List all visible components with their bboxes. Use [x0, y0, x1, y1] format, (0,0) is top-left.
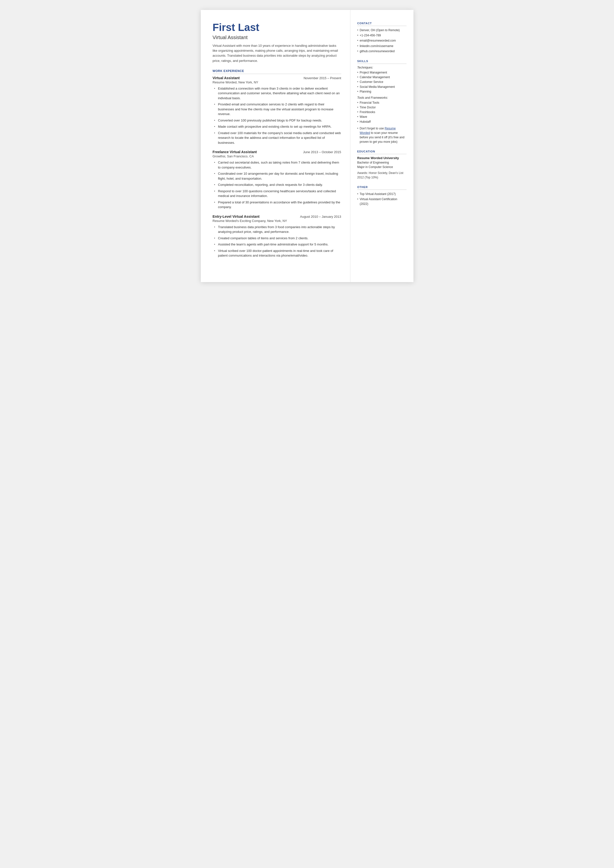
skill-tool-5: Hubstaff: [357, 120, 406, 124]
skill-tool-2: Time Doctor: [357, 105, 406, 110]
contact-list: Denver, OH (Open to Remote) +1-234-456-7…: [357, 28, 406, 54]
contact-item-5: github.com/resumeworded: [357, 49, 406, 54]
other-section-label: OTHER: [357, 186, 406, 190]
skills-section: SKILLS Techniques: Project Management Ca…: [357, 60, 406, 144]
contact-section-label: CONTACT: [357, 22, 406, 26]
job-entry-1: Virtual Assistant November 2015 – Presen…: [212, 76, 341, 145]
job-header-2: Freelance Virtual Assistant June 2013 – …: [212, 150, 341, 154]
bullet-3-3: Assisted the team's agents with part-tim…: [212, 242, 341, 247]
edu-school: Resume Worded University: [357, 156, 406, 160]
bullet-2-5: Prepared a total of 30 presentations in …: [212, 200, 341, 210]
full-name: First Last: [212, 22, 341, 33]
skill-tool-1: Financial Tools: [357, 101, 406, 105]
edu-degree-line2: Major in Computer Science: [357, 165, 406, 169]
bullet-2-1: Carried out secretarial duties, such as …: [212, 160, 341, 170]
bullet-3-2: Created comparison tables of items and s…: [212, 236, 341, 241]
job-dates-1: November 2015 – Present: [304, 76, 341, 80]
edu-awards: Awards: Honor Society, Dean's List 2012 …: [357, 171, 406, 180]
bullet-2-2: Coordinated over 10 arrangements per day…: [212, 171, 341, 181]
bullet-3-4: Virtual scribed over 100 doctor-patient …: [212, 248, 341, 258]
education-section: EDUCATION Resume Worded University Bache…: [357, 150, 406, 180]
work-experience-section: WORK EXPERIENCE Virtual Assistant Novemb…: [212, 69, 341, 258]
bullet-2-4: Respond to over 100 questions concerning…: [212, 189, 341, 199]
bullet-1-1: Established a connection with more than …: [212, 86, 341, 101]
bullet-1-4: Made contact with prospective and existi…: [212, 124, 341, 129]
skill-tool-4: Wave: [357, 115, 406, 119]
skill-technique-2: Calendar Management: [357, 75, 406, 80]
other-item-1: Top Virtual Assistant (2017): [357, 192, 406, 196]
skills-note: Don't forget to use Resume Worded to sca…: [357, 126, 406, 144]
job-dates-2: June 2013 – October 2015: [303, 150, 341, 154]
name-title-section: First Last Virtual Assistant Virtual Ass…: [212, 22, 341, 63]
education-section-label: EDUCATION: [357, 150, 406, 154]
job-dates-3: August 2010 – January 2013: [300, 215, 341, 219]
contact-item-2: +1-234-456-789: [357, 33, 406, 38]
contact-item-1: Denver, OH (Open to Remote): [357, 28, 406, 33]
tools-list: Financial Tools Time Doctor Freshbooks W…: [357, 101, 406, 124]
job-company-2: Growthsi, San Francisco, CA: [212, 154, 341, 158]
skill-tool-3: Freshbooks: [357, 110, 406, 115]
contact-item-4: linkedin.com/in/username: [357, 44, 406, 48]
left-column: First Last Virtual Assistant Virtual Ass…: [201, 10, 350, 282]
skill-technique-1: Project Management: [357, 70, 406, 75]
other-section: OTHER Top Virtual Assistant (2017) Virtu…: [357, 186, 406, 207]
right-column: CONTACT Denver, OH (Open to Remote) +1-2…: [350, 10, 414, 282]
other-item-2: Virtual Assistant Certification (2022): [357, 197, 406, 207]
job-bullets-1: Established a connection with more than …: [212, 86, 341, 145]
job-entry-3: Entry-Level Virtual Assistant August 201…: [212, 214, 341, 258]
job-header-3: Entry-Level Virtual Assistant August 201…: [212, 214, 341, 219]
bullet-1-3: Converted over 100 previously published …: [212, 118, 341, 123]
other-list: Top Virtual Assistant (2017) Virtual Ass…: [357, 192, 406, 207]
skills-section-label: SKILLS: [357, 60, 406, 64]
work-experience-label: WORK EXPERIENCE: [212, 69, 341, 74]
bullet-3-1: Translated business data priorities from…: [212, 225, 341, 234]
skill-technique-4: Social Media Management: [357, 85, 406, 89]
job-title-2: Freelance Virtual Assistant: [212, 150, 257, 154]
techniques-list: Project Management Calendar Management C…: [357, 70, 406, 94]
bullet-1-5: Created over 100 materials for the compa…: [212, 130, 341, 145]
summary-text: Virtual Assistant with more than 10 year…: [212, 43, 341, 63]
job-company-1: Resume Worded, New York, NY: [212, 81, 341, 84]
job-company-3: Resume Worded's Exciting Company, New Yo…: [212, 219, 341, 223]
job-header-1: Virtual Assistant November 2015 – Presen…: [212, 76, 341, 80]
edu-degree-line1: Bachelor of Engineering: [357, 160, 406, 165]
job-title-3: Entry-Level Virtual Assistant: [212, 214, 260, 219]
skills-note-prefix: Don't forget to use: [360, 127, 385, 130]
contact-item-3: email@resumeworded.com: [357, 38, 406, 43]
bullet-2-3: Completed reconciliation, reporting, and…: [212, 182, 341, 187]
contact-section: CONTACT Denver, OH (Open to Remote) +1-2…: [357, 22, 406, 54]
techniques-label: Techniques:: [357, 66, 406, 69]
job-title-1: Virtual Assistant: [212, 76, 240, 80]
skill-technique-3: Customer Service: [357, 80, 406, 84]
bullet-1-2: Provided email and communication service…: [212, 102, 341, 116]
job-entry-2: Freelance Virtual Assistant June 2013 – …: [212, 150, 341, 210]
tools-label: Tools and Frameworks:: [357, 96, 406, 99]
job-bullets-3: Translated business data priorities from…: [212, 225, 341, 258]
job-bullets-2: Carried out secretarial duties, such as …: [212, 160, 341, 210]
resume-page: First Last Virtual Assistant Virtual Ass…: [201, 10, 414, 282]
job-title-header: Virtual Assistant: [212, 35, 341, 40]
skill-technique-5: Planning: [357, 89, 406, 94]
